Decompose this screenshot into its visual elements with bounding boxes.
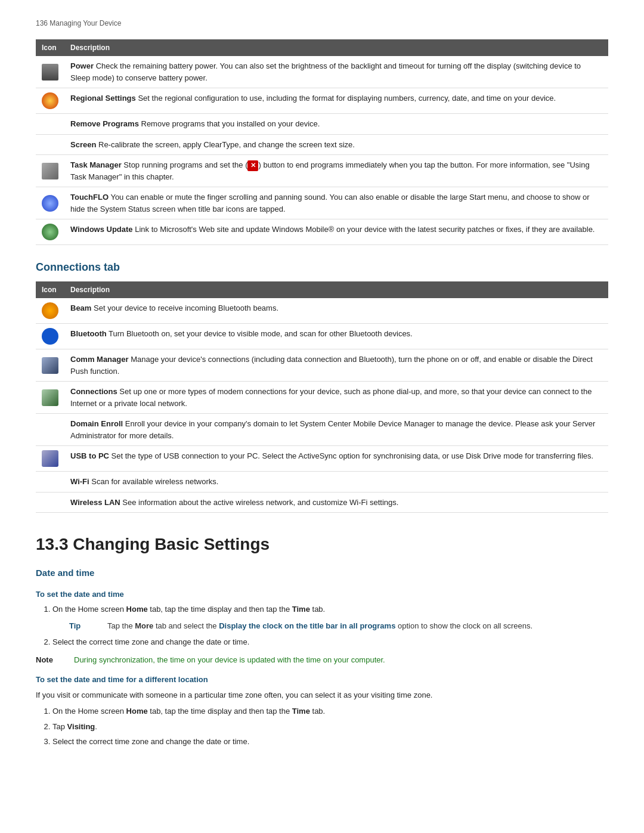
- connections-tab-heading: Connections tab: [36, 259, 608, 275]
- bold-time-2: Time: [292, 707, 310, 716]
- description-cell: Domain Enroll Enroll your device in your…: [64, 414, 608, 446]
- table-row: Connections Set up one or more types of …: [36, 382, 608, 414]
- set-date-time-subheading: To set the date and time: [36, 589, 608, 600]
- term-beam: Beam: [70, 304, 91, 312]
- list-item: Select the correct time zone and change …: [52, 636, 608, 648]
- icon-cell: [36, 298, 64, 324]
- table-row: Domain Enroll Enroll your device in your…: [36, 414, 608, 446]
- icon-cell: [36, 219, 64, 245]
- table-row: Wi-Fi Scan for available wireless networ…: [36, 472, 608, 493]
- description-cell: Wi-Fi Scan for available wireless networ…: [64, 472, 608, 493]
- touchflo-icon: [42, 195, 58, 212]
- col-header-icon: Icon: [36, 39, 64, 56]
- col-header-description-conn: Description: [64, 281, 608, 298]
- term-comm: Comm Manager: [70, 355, 129, 364]
- bold-visiting: Visiting: [67, 722, 95, 731]
- comm-manager-icon: [42, 357, 58, 374]
- icon-cell: [36, 187, 64, 219]
- description-cell: Comm Manager Manage your device's connec…: [64, 349, 608, 382]
- description-cell: Task Manager Stop running programs and s…: [64, 155, 608, 187]
- term-domain: Domain Enroll: [70, 419, 123, 428]
- beam-icon: [42, 302, 58, 319]
- icon-cell: [36, 492, 64, 513]
- description-cell: Screen Re-calibrate the screen, apply Cl…: [64, 134, 608, 155]
- term-taskmanager: Task Manager: [70, 160, 122, 169]
- note-text: During synchronization, the time on your…: [74, 654, 385, 666]
- description-cell: Windows Update Link to Microsoft's Web s…: [64, 219, 608, 245]
- icon-cell: [36, 114, 64, 135]
- description-cell: Bluetooth Turn Bluetooth on, set your de…: [64, 324, 608, 349]
- term-touchflo: TouchFLO: [70, 193, 109, 202]
- usb-icon: [42, 450, 58, 467]
- top-icon-table: Icon Description Power Check the remaini…: [36, 39, 608, 245]
- highlight-link: Display the clock on the title bar in al…: [219, 621, 395, 630]
- regional-icon: [42, 92, 58, 109]
- icon-cell: [36, 155, 64, 187]
- bold-home-2: Home: [126, 707, 148, 716]
- steps-list-2: On the Home screen Home tab, tap the tim…: [52, 705, 608, 748]
- table-row: Regional Settings Set the regional confi…: [36, 88, 608, 114]
- table-row: TouchFLO You can enable or mute the fing…: [36, 187, 608, 219]
- icon-cell: [36, 472, 64, 493]
- description-cell: Connections Set up one or more types of …: [64, 382, 608, 414]
- icon-cell: [36, 382, 64, 414]
- description-cell: Remove Programs Remove programs that you…: [64, 114, 608, 135]
- list-item: On the Home screen Home tab, tap the tim…: [52, 603, 608, 631]
- table-row: Screen Re-calibrate the screen, apply Cl…: [36, 134, 608, 155]
- date-and-time-heading: Date and time: [36, 566, 608, 580]
- table-row: Bluetooth Turn Bluetooth on, set your de…: [36, 324, 608, 349]
- more-bold: More: [135, 621, 153, 630]
- term-wifi: Wi-Fi: [70, 477, 89, 486]
- term-regional: Regional Settings: [70, 94, 136, 103]
- set-date-time-location-subheading: To set the date and time for a different…: [36, 674, 608, 686]
- icon-cell: [36, 349, 64, 382]
- table-row: Windows Update Link to Microsoft's Web s…: [36, 219, 608, 245]
- connections-icon-table: Icon Description Beam Set your device to…: [36, 281, 608, 513]
- page-header: 136 Managing Your Device: [36, 18, 608, 29]
- term-connections: Connections: [70, 387, 117, 396]
- tip-box: Tip Tap the More tab and select the Disp…: [69, 620, 608, 632]
- term-bluetooth: Bluetooth: [70, 329, 107, 338]
- term-screen: Screen: [70, 140, 96, 149]
- list-item: Select the correct time zone and change …: [52, 736, 608, 748]
- taskmanager-icon: [42, 163, 58, 179]
- term-remove: Remove Programs: [70, 119, 139, 128]
- windowsupdate-icon: [42, 224, 58, 240]
- list-item: Tap Visiting.: [52, 721, 608, 733]
- note-label: Note: [36, 654, 66, 666]
- term-windowsupdate: Windows Update: [70, 225, 133, 234]
- tip-text: Tap the More tab and select the Display …: [107, 620, 532, 632]
- table-row: Comm Manager Manage your device's connec…: [36, 349, 608, 382]
- connections-icon: [42, 389, 58, 406]
- term-power: Power: [70, 61, 94, 70]
- term-usb: USB to PC: [70, 451, 109, 460]
- table-row: USB to PC Set the type of USB connection…: [36, 446, 608, 472]
- bold-home: Home: [126, 605, 148, 614]
- x-button-icon: ✕: [247, 160, 258, 171]
- description-cell: Regional Settings Set the regional confi…: [64, 88, 608, 114]
- icon-cell: [36, 446, 64, 472]
- description-cell: Beam Set your device to receive incoming…: [64, 298, 608, 324]
- icon-cell: [36, 414, 64, 446]
- chapter-heading: 13.3 Changing Basic Settings: [36, 532, 608, 557]
- bluetooth-icon: [42, 328, 58, 345]
- note-box: Note During synchronization, the time on…: [36, 654, 608, 666]
- icon-cell: [36, 56, 64, 88]
- col-header-description: Description: [64, 39, 608, 56]
- table-row: Remove Programs Remove programs that you…: [36, 114, 608, 135]
- description-cell: USB to PC Set the type of USB connection…: [64, 446, 608, 472]
- description-cell: Wireless LAN See information about the a…: [64, 492, 608, 513]
- table-row: Power Check the remaining battery power.…: [36, 56, 608, 88]
- table-row: Task Manager Stop running programs and s…: [36, 155, 608, 187]
- icon-cell: [36, 324, 64, 349]
- steps-list-1: On the Home screen Home tab, tap the tim…: [52, 603, 608, 648]
- power-icon: [42, 64, 58, 80]
- icon-cell: [36, 134, 64, 155]
- tip-label: Tip: [69, 620, 99, 632]
- term-wireless-lan: Wireless LAN: [70, 498, 120, 507]
- table-row: Beam Set your device to receive incoming…: [36, 298, 608, 324]
- description-cell: TouchFLO You can enable or mute the fing…: [64, 187, 608, 219]
- col-header-icon-conn: Icon: [36, 281, 64, 298]
- intro-text-2: If you visit or communicate with someone…: [36, 689, 608, 701]
- bold-time: Time: [292, 605, 310, 614]
